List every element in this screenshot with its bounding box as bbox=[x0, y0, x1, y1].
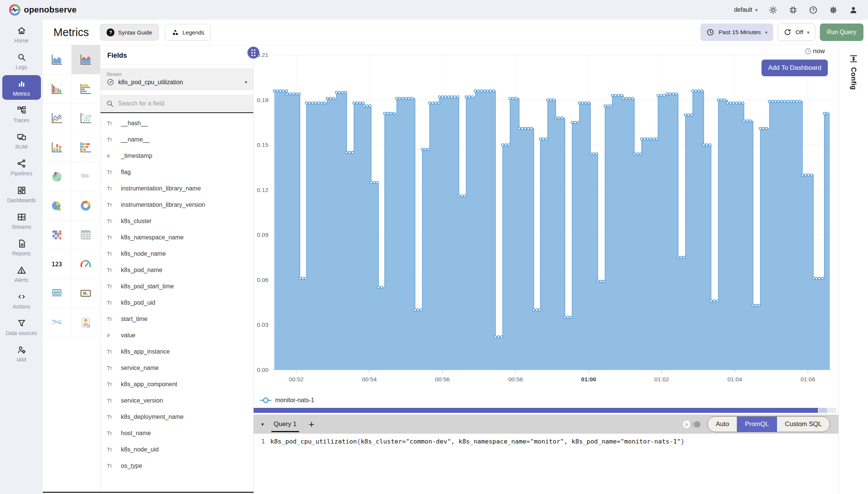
run-query-button[interactable]: Run Query bbox=[820, 24, 863, 41]
svg-text:0.06: 0.06 bbox=[257, 277, 268, 283]
sidebar-item-home[interactable]: Home bbox=[2, 22, 41, 47]
chart-legend[interactable]: monitor-nats-1 bbox=[254, 394, 838, 406]
sidebar-item-pipelines[interactable]: Pipelines bbox=[2, 155, 41, 179]
syntax-guide-button[interactable]: ? Syntax Guide bbox=[100, 24, 158, 41]
chart-type-pie[interactable] bbox=[43, 191, 72, 220]
horizontal-scrollbar[interactable] bbox=[254, 408, 836, 413]
sidebar-item-metrics[interactable]: Metrics bbox=[2, 75, 41, 100]
user-avatar-icon[interactable] bbox=[849, 5, 858, 15]
field-row-k8s_node_name[interactable]: TTk8s_node_name bbox=[100, 245, 253, 262]
svg-text:00:52: 00:52 bbox=[289, 376, 304, 382]
logo-text: openobserve bbox=[24, 5, 77, 15]
time-range-selector[interactable]: Past 15 Minutes ▾ bbox=[700, 24, 773, 41]
chart-type-gauge[interactable] bbox=[72, 250, 100, 279]
legends-button[interactable]: Legends bbox=[165, 24, 211, 41]
chart-type-donut[interactable] bbox=[72, 191, 100, 220]
text-field-icon: TT bbox=[107, 186, 116, 192]
text-field-icon: TT bbox=[107, 267, 116, 273]
streams-icon bbox=[17, 212, 27, 222]
query-editor[interactable]: 1 k8s_pod_cpu_utilization{k8s_cluster="c… bbox=[254, 434, 838, 494]
chart-type-grid: 123</>M↓ bbox=[43, 45, 100, 494]
area-chart-icon bbox=[50, 53, 64, 66]
chart-type-line[interactable] bbox=[43, 104, 72, 133]
chart-type-maps[interactable] bbox=[72, 162, 100, 191]
sidebar-item-actions[interactable]: Actions bbox=[2, 288, 41, 313]
field-row-k8s_pod_uid[interactable]: TTk8s_pod_uid bbox=[100, 294, 253, 311]
chart-type-bar[interactable] bbox=[43, 74, 72, 104]
settings-gear-icon[interactable] bbox=[829, 5, 838, 15]
vrl-function-toggle[interactable]: fx bbox=[682, 420, 700, 429]
sidebar-item-alerts[interactable]: Alerts bbox=[2, 261, 41, 286]
sidebar-item-streams[interactable]: Streams bbox=[2, 208, 41, 233]
theme-sun-icon[interactable] bbox=[768, 5, 778, 15]
chart-type-metric-text[interactable]: 123 bbox=[43, 250, 72, 279]
openobserve-logo-icon bbox=[9, 4, 20, 16]
field-row-__hash__[interactable]: TT__hash__ bbox=[100, 115, 253, 131]
sidebar-item-reports[interactable]: Reports bbox=[2, 235, 41, 260]
field-row-k8s_app_component[interactable]: TTk8s_app_component bbox=[100, 376, 253, 392]
promql-query-text[interactable]: k8s_pod_cpu_utilization{k8s_cluster="com… bbox=[270, 437, 685, 494]
slack-icon[interactable] bbox=[788, 5, 798, 15]
field-row-service_version[interactable]: TTservice_version bbox=[100, 392, 253, 409]
mode-custom-sql-button[interactable]: Custom SQL bbox=[777, 417, 830, 432]
field-row-__name__[interactable]: TT__name__ bbox=[100, 131, 253, 148]
chart-type-table[interactable] bbox=[72, 220, 100, 250]
sidebar-item-label: Home bbox=[14, 38, 28, 44]
chart-type-h-bar[interactable] bbox=[72, 74, 100, 104]
sidebar-item-traces[interactable]: Traces bbox=[2, 102, 41, 126]
mode-promql-button[interactable]: PromQL bbox=[737, 417, 777, 432]
mode-auto-button[interactable]: Auto bbox=[708, 417, 737, 432]
tab-config[interactable]: Config bbox=[849, 67, 857, 90]
field-name: __name__ bbox=[121, 136, 150, 143]
sidebar-item-label: Alerts bbox=[15, 277, 28, 283]
refresh-interval-selector[interactable]: Off ▾ bbox=[778, 24, 815, 41]
field-row-k8s_pod_start_time[interactable]: TTk8s_pod_start_time bbox=[100, 278, 253, 294]
field-row-k8s_app_instance[interactable]: TTk8s_app_instance bbox=[100, 343, 253, 360]
add-to-dashboard-button[interactable]: Add To Dashboard bbox=[761, 60, 828, 76]
scrollbar-thumb[interactable] bbox=[254, 408, 818, 413]
sidebar-item-logs[interactable]: Logs bbox=[2, 49, 41, 73]
help-icon[interactable]: ? bbox=[808, 5, 818, 15]
svg-text:00:54: 00:54 bbox=[362, 376, 377, 382]
legends-shapes-icon bbox=[171, 28, 179, 36]
sidebar-item-rum[interactable]: RUM bbox=[2, 128, 41, 153]
field-row-k8s_namespace_name[interactable]: TTk8s_namespace_name bbox=[100, 229, 253, 245]
sidebar-item-data-sources[interactable]: Data sources bbox=[2, 315, 41, 339]
field-row-k8s_node_uid[interactable]: TTk8s_node_uid bbox=[100, 441, 253, 458]
chart-type-sankey[interactable] bbox=[43, 308, 72, 337]
field-row-flag[interactable]: TTflag bbox=[100, 164, 253, 180]
field-row-k8s_cluster[interactable]: TTk8s_cluster bbox=[100, 213, 253, 229]
stream-selector[interactable]: Stream k8s_pod_cpu_utilization ▾ bbox=[100, 68, 253, 90]
field-row-host_name[interactable]: TThost_name bbox=[100, 425, 253, 441]
chart-type-area[interactable] bbox=[43, 45, 72, 74]
chart-type-area-stacked[interactable] bbox=[72, 45, 100, 74]
chart-type-heatmap[interactable] bbox=[43, 220, 72, 250]
tab-query-1[interactable]: Query 1 bbox=[271, 416, 299, 432]
field-row-instrumentation_library_name[interactable]: TTinstrumentation_library_name bbox=[100, 180, 253, 197]
field-row-_timestamp[interactable]: #_timestamp bbox=[100, 148, 253, 164]
add-query-button[interactable]: + bbox=[309, 419, 315, 430]
field-row-os_type[interactable]: TTos_type bbox=[100, 458, 253, 474]
org-selector[interactable]: default ▾ bbox=[734, 6, 758, 13]
metrics-chart[interactable]: 0.000.030.060.090.120.150.180.2100:5200:… bbox=[254, 45, 838, 394]
field-row-instrumentation_library_version[interactable]: TTinstrumentation_library_version bbox=[100, 197, 253, 213]
chart-type-h-stacked-bar[interactable] bbox=[72, 133, 100, 162]
app-logo: openobserve bbox=[9, 4, 77, 16]
field-row-start_time[interactable]: TTstart_time bbox=[100, 311, 253, 327]
panel-drag-handle[interactable] bbox=[248, 47, 259, 58]
collapse-query-icon[interactable]: ▾ bbox=[261, 421, 264, 427]
chart-type-html[interactable]: </> bbox=[43, 279, 72, 308]
field-row-service_name[interactable]: TTservice_name bbox=[100, 360, 253, 376]
field-row-value[interactable]: #value bbox=[100, 327, 253, 343]
field-search-input[interactable]: Search for a field bbox=[100, 95, 253, 112]
field-row-k8s_deployment_name[interactable]: TTk8s_deployment_name bbox=[100, 409, 253, 425]
field-name: k8s_pod_name bbox=[121, 267, 162, 274]
chart-type-scatter[interactable] bbox=[72, 104, 100, 133]
chart-type-markdown[interactable]: M↓ bbox=[72, 279, 100, 308]
sidebar-item-iam[interactable]: IAM bbox=[2, 341, 41, 366]
field-row-k8s_pod_name[interactable]: TTk8s_pod_name bbox=[100, 262, 253, 278]
chart-type-stacked-bar[interactable] bbox=[43, 133, 72, 162]
chart-type-geomap[interactable] bbox=[43, 162, 72, 191]
sidebar-item-dashboards[interactable]: Dashboards bbox=[2, 182, 41, 206]
chart-type-custom-chart[interactable] bbox=[72, 308, 100, 337]
